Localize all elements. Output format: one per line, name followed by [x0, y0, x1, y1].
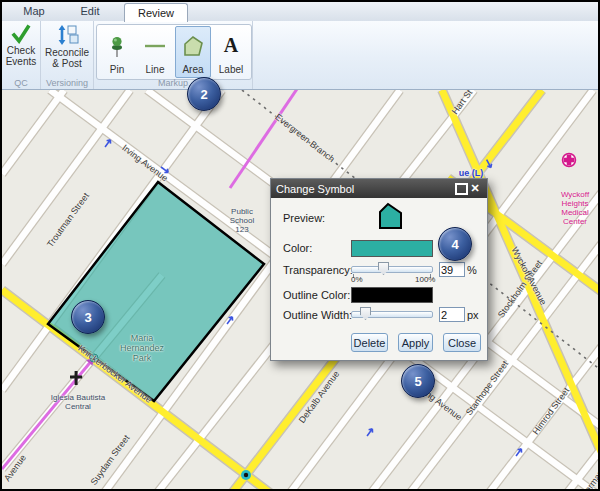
area-tool-button[interactable]: Area [175, 26, 211, 78]
change-symbol-dialog: Change Symbol ✕ Preview: Color: Transpar… [270, 178, 488, 361]
markup-vertex-dot[interactable] [90, 354, 98, 362]
line-tool-label: Line [146, 64, 165, 75]
callout-badge-3: 3 [71, 300, 105, 334]
outline-width-input[interactable] [439, 307, 465, 322]
area-icon [180, 27, 206, 64]
symbol-preview [377, 201, 405, 231]
group-label-markup: Markup [94, 78, 252, 88]
markup-tool-panel: Pin Line Are [96, 24, 252, 80]
reconcile-post-button[interactable]: Reconcile & Post [41, 23, 93, 69]
outline-width-slider-thumb[interactable] [360, 307, 371, 320]
hospital-icon [563, 154, 576, 167]
callout-badge-2: 2 [187, 77, 221, 111]
maximize-button[interactable] [454, 182, 468, 195]
line-tool-button[interactable]: Line [137, 26, 173, 78]
area-tool-label: Area [182, 64, 203, 75]
outline-color-label: Outline Color: [283, 289, 350, 301]
transparency-label: Transparency: [283, 264, 353, 276]
dialog-title-bar[interactable]: Change Symbol ✕ [271, 179, 487, 198]
preview-label: Preview: [283, 212, 325, 224]
check-events-button[interactable]: Check Events [2, 23, 40, 67]
check-icon [10, 24, 32, 44]
tab-review[interactable]: Review [124, 3, 188, 22]
ribbon-toolbar: Check Events QC Reconcile & Post Version… [2, 21, 598, 90]
pin-tool-label: Pin [110, 64, 124, 75]
group-label-qc: QC [2, 78, 40, 88]
color-swatch[interactable] [351, 240, 433, 257]
label-tool-label: Label [219, 64, 243, 75]
callout-badge-5: 5 [401, 364, 435, 398]
group-label-versioning: Versioning [41, 78, 93, 88]
reconcile-icon [54, 24, 80, 46]
close-icon: ✕ [470, 182, 479, 195]
outline-color-swatch[interactable] [351, 287, 433, 303]
close-window-button[interactable]: ✕ [468, 182, 482, 195]
group-qc: Check Events QC [2, 21, 41, 89]
outline-width-label: Outline Width: [283, 309, 352, 321]
tab-map[interactable]: Map [10, 2, 58, 20]
transparency-min-label: 0% [351, 275, 363, 284]
outline-width-unit: px [467, 309, 479, 321]
group-markup: Pin Line Are [94, 21, 253, 89]
dialog-body: Preview: Color: Transparency: 0% 100% % … [271, 198, 487, 360]
pin-tool-button[interactable]: Pin [99, 26, 135, 78]
tab-edit[interactable]: Edit [66, 2, 114, 20]
maximize-icon [455, 183, 468, 195]
line-icon [143, 27, 167, 64]
dialog-title: Change Symbol [276, 183, 454, 195]
close-button[interactable]: Close [443, 333, 481, 352]
transparency-slider-thumb[interactable] [378, 262, 389, 275]
transparency-unit: % [467, 264, 477, 276]
transparency-max-label: 100% [415, 275, 435, 284]
color-label: Color: [283, 242, 312, 254]
delete-button[interactable]: Delete [351, 333, 388, 352]
transparency-input[interactable] [439, 262, 465, 277]
ribbon-tab-bar: Map Edit Review [2, 2, 598, 22]
reconcile-post-label: Reconcile & Post [45, 47, 89, 69]
outline-width-slider[interactable] [351, 311, 433, 318]
group-versioning: Reconcile & Post Versioning [41, 21, 94, 89]
callout-badge-4: 4 [438, 227, 472, 261]
app-window: Troutman StreetIrving AvenueIrving Avenu… [0, 0, 600, 491]
subway-station-icon [241, 470, 251, 480]
check-events-label: Check Events [6, 45, 37, 67]
transparency-slider[interactable] [351, 266, 433, 273]
pin-icon [107, 27, 127, 64]
label-tool-button[interactable]: A Label [213, 26, 249, 78]
ribbon: Map Edit Review Check Events QC [2, 2, 598, 89]
apply-button[interactable]: Apply [398, 333, 433, 352]
label-icon: A [224, 27, 238, 64]
